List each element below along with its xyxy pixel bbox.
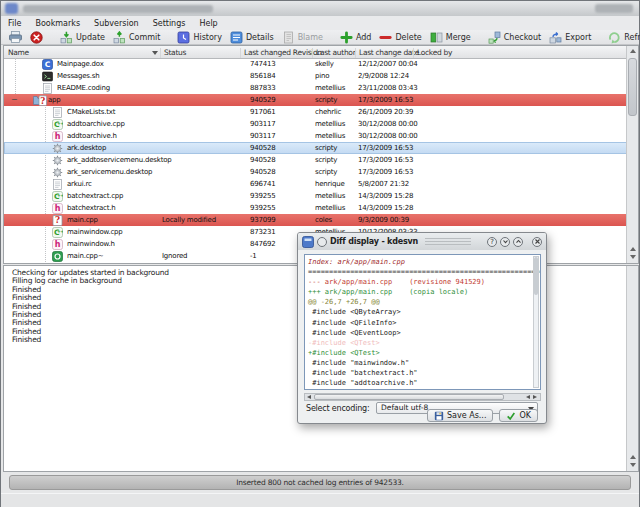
cell-name: Mainpage.dox xyxy=(57,58,104,70)
table-row[interactable]: CMakeLists.txt917061chehrlic26/1/2009 20… xyxy=(4,106,627,118)
window-controls-redacted[interactable] xyxy=(595,4,633,13)
details-button[interactable]: Details xyxy=(226,30,278,44)
add-button[interactable]: Add xyxy=(336,30,376,44)
expander-icon[interactable] xyxy=(11,96,18,103)
close-icon[interactable] xyxy=(532,237,542,247)
scroll-up-icon[interactable] xyxy=(630,49,636,53)
cell-author: metellius xyxy=(315,82,345,94)
toolbar-label: Checkout xyxy=(504,33,541,42)
tree-vertical-scrollbar[interactable] xyxy=(626,46,638,263)
gear-icon xyxy=(52,155,65,166)
shade-down-icon[interactable] xyxy=(500,237,510,247)
cell-revision: 939255 xyxy=(250,202,276,214)
dialog-buttons: Save As... OK xyxy=(298,409,538,423)
diff-vertical-scrollbar[interactable] xyxy=(533,256,539,388)
menu-subversion[interactable]: Subversion xyxy=(87,18,146,29)
delete-button[interactable]: Delete xyxy=(375,30,425,44)
table-row[interactable]: C++addtoarchive.cpp903117metellius30/12/… xyxy=(4,118,627,130)
svg-text:?: ? xyxy=(40,95,45,105)
ok-label: OK xyxy=(519,411,531,420)
cell-date: 17/3/2009 16:53 xyxy=(358,154,413,166)
column-header-date[interactable]: Last change date xyxy=(355,48,419,58)
help-icon[interactable]: ? xyxy=(487,237,497,247)
cell-status: Locally modified xyxy=(162,214,216,226)
scroll-left-icon[interactable] xyxy=(526,395,530,399)
column-header-name[interactable]: Name xyxy=(5,48,29,58)
table-row[interactable]: haddtoarchive.h903117metellius30/12/2008… xyxy=(4,130,627,142)
column-header-locked[interactable]: Locked by xyxy=(413,48,452,58)
menu-button-icon[interactable] xyxy=(317,237,327,247)
table-row[interactable]: ?main.cppLocally modified937099coles9/3/… xyxy=(4,214,627,226)
window-titlebar[interactable] xyxy=(1,1,639,17)
export-button[interactable]: Export xyxy=(545,30,595,44)
keep-above-icon[interactable] xyxy=(513,237,523,247)
print-button[interactable] xyxy=(5,30,26,44)
scroll-left-icon[interactable] xyxy=(307,395,311,399)
dialog-titlebar[interactable]: Diff display - kdesvn ? xyxy=(298,233,546,250)
table-row[interactable]: ark_servicemenu.desktop940528scripty17/3… xyxy=(4,166,627,178)
refresh-button[interactable]: Refresh xyxy=(604,30,640,44)
menu-bookmarks[interactable]: Bookmarks xyxy=(28,18,87,29)
update-button[interactable]: Update xyxy=(56,30,109,44)
log-vertical-scrollbar[interactable] xyxy=(626,266,638,471)
history-button[interactable]: History xyxy=(173,30,225,44)
tree-scroll-thumb[interactable] xyxy=(628,58,637,116)
table-row[interactable]: C++batchextract.cpp939255metellius14/3/2… xyxy=(4,190,627,202)
delete-icon xyxy=(379,31,392,44)
table-row[interactable]: hbatchextract.h939255metellius14/3/2009 … xyxy=(4,202,627,214)
check-icon xyxy=(506,411,516,421)
diff-line: +++ ark/app/main.cpp (copia locale) xyxy=(308,287,537,297)
toolbar-label: Commit xyxy=(129,33,160,42)
menu-settings[interactable]: Settings xyxy=(146,18,193,29)
refresh-icon xyxy=(608,31,621,44)
diff-scroll-thumb[interactable] xyxy=(534,257,538,295)
table-row[interactable]: ?app940529scripty17/3/2009 16:53 xyxy=(4,94,627,106)
export-icon xyxy=(549,31,562,44)
print-icon xyxy=(9,31,22,44)
cell-date: 14/3/2009 15:28 xyxy=(358,202,413,214)
status-progress-bar: Inserted 800 not cached log entries of 9… xyxy=(9,475,631,490)
menu-file[interactable]: File xyxy=(1,18,28,29)
checkout-icon xyxy=(488,31,501,44)
cell-date: 26/1/2009 20:39 xyxy=(358,106,413,118)
svg-text:h: h xyxy=(55,204,61,213)
table-row[interactable]: ark.desktop940528scripty17/3/2009 16:53 xyxy=(4,142,627,154)
table-row[interactable]: Messages.sh856184pino2/9/2008 12:24 xyxy=(4,70,627,82)
table-row[interactable]: README.coding887833metellius23/11/2008 0… xyxy=(4,82,627,94)
cell-name: README.coding xyxy=(57,82,110,94)
cell-revision: -1 xyxy=(250,250,257,262)
diff-hscroll-thumb[interactable] xyxy=(314,394,504,400)
table-row[interactable]: CMainpage.dox747413skelly12/12/2007 00:0… xyxy=(4,58,627,70)
cell-status: Ignored xyxy=(162,250,187,262)
cell-date: 30/12/2008 00:00 xyxy=(358,130,418,142)
toolbar-label: Add xyxy=(356,33,372,42)
stop-button[interactable] xyxy=(26,30,47,44)
scroll-up-icon[interactable] xyxy=(630,455,636,459)
checkout-button[interactable]: Checkout xyxy=(484,30,545,44)
column-header-status[interactable]: Status xyxy=(160,48,186,58)
dialog-app-icon xyxy=(302,236,314,248)
diff-horizontal-scrollbar[interactable] xyxy=(304,393,541,401)
table-row[interactable]: arkui.rc696741henrique5/8/2007 21:32 xyxy=(4,178,627,190)
commit-button[interactable]: Commit xyxy=(109,30,164,44)
table-row[interactable]: ark_addtoservicemenu.desktop940528script… xyxy=(4,154,627,166)
merge-button[interactable]: Merge xyxy=(426,30,475,44)
scroll-up-icon[interactable] xyxy=(630,247,636,251)
scroll-down-icon[interactable] xyxy=(630,255,636,259)
cell-name: ark.desktop xyxy=(67,142,106,154)
scroll-right-icon[interactable] xyxy=(533,395,537,399)
cell-date: 17/3/2009 16:53 xyxy=(358,166,413,178)
column-header-author[interactable]: Last author xyxy=(312,48,355,58)
cell-author: chehrlic xyxy=(315,106,341,118)
cell-name: addtoarchive.cpp xyxy=(67,118,125,130)
column-header-revision[interactable]: Last changed Revision xyxy=(240,48,322,58)
menu-help[interactable]: Help xyxy=(192,18,224,29)
doc-c-icon: C xyxy=(42,59,55,70)
save-as-button[interactable]: Save As... xyxy=(427,409,493,422)
scroll-down-icon[interactable] xyxy=(630,463,636,467)
toolbar-label: Refresh xyxy=(624,33,640,42)
toolbar-label: Update xyxy=(76,33,105,42)
cell-revision: 747413 xyxy=(250,58,276,70)
ok-button[interactable]: OK xyxy=(499,409,538,422)
cell-revision: 873231 xyxy=(250,226,276,238)
